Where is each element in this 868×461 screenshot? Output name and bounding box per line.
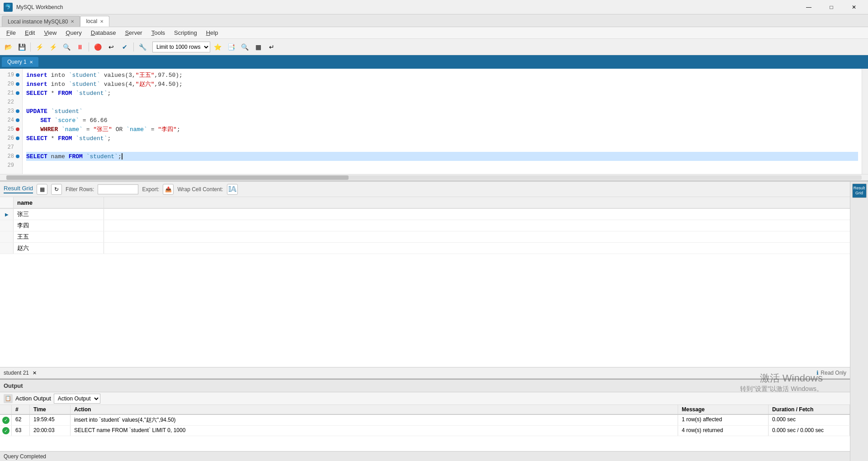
wrap-button[interactable]: ↵ xyxy=(265,41,278,53)
filter-label: Filter Rows: xyxy=(66,186,94,193)
row-duration-63: 0.000 sec / 0.000 sec xyxy=(769,426,850,436)
table-row[interactable]: 王五 xyxy=(0,231,850,243)
table-row[interactable]: ▶ 张三 xyxy=(0,209,850,220)
list-item: ✓ 62 19:59:45 insert into `student` valu… xyxy=(0,415,850,426)
horizontal-scrollbar[interactable] xyxy=(0,174,868,180)
line-numbers: 19 20 21 22 23 24 25 26 27 28 29 xyxy=(0,69,23,174)
toolbar-separator xyxy=(89,42,89,52)
output-table: # Time Action Message Duration / Fetch ✓… xyxy=(0,405,850,451)
execute-button[interactable]: ⚡ xyxy=(33,41,46,53)
code-line-19: insert into `student` values(3,"王五",97.5… xyxy=(26,71,858,80)
menu-database[interactable]: Database xyxy=(86,28,121,37)
menu-server[interactable]: Server xyxy=(120,28,146,37)
row-duration-62: 0.000 sec xyxy=(769,415,850,425)
action-output-select[interactable]: Action Output xyxy=(54,394,100,404)
row-num-63: 63 xyxy=(12,426,30,436)
execute-selection-button[interactable]: ⚡ xyxy=(47,41,59,53)
code-line-21: SELECT * FROM `student`; xyxy=(26,89,858,98)
open-folder-button[interactable]: 📂 xyxy=(2,41,14,53)
main-toolbar: 📂 💾 ⚡ ⚡ 🔍 ⏸ 🔴 ↩ ✔ 🔧 Limit to 1000 rows ⭐… xyxy=(0,39,868,55)
export-button[interactable]: 📤 xyxy=(163,184,174,195)
column-name-header: name xyxy=(14,197,104,208)
row-num-3 xyxy=(0,231,14,242)
query-tab-close[interactable]: ✕ xyxy=(29,60,33,65)
code-line-23: UPDATE `student` xyxy=(26,107,858,116)
bookmark2-button[interactable]: 📑 xyxy=(225,41,237,53)
status-tab-close[interactable]: ✕ xyxy=(33,370,37,376)
cell-name-2: 李四 xyxy=(14,220,104,231)
data-grid: name ▶ 张三 李四 王五 赵六 xyxy=(0,197,850,367)
output-title: Output xyxy=(4,382,23,389)
limit-select[interactable]: Limit to 1000 rows xyxy=(152,42,210,52)
auto-commit-button[interactable]: ✔ xyxy=(118,41,131,53)
toolbar-separator xyxy=(30,42,31,52)
col-status xyxy=(0,405,12,414)
output-header: Output xyxy=(0,380,850,392)
query-tab-label: Query 1 xyxy=(7,59,27,65)
query-completed-bar: Query Completed xyxy=(0,451,850,461)
col-duration: Duration / Fetch xyxy=(769,405,850,414)
code-line-29 xyxy=(26,161,858,170)
tab-local[interactable]: local ✕ xyxy=(80,16,109,27)
student-tab[interactable]: student 21 xyxy=(4,370,29,376)
row-time-63: 20:00:03 xyxy=(30,426,71,436)
menu-file[interactable]: File xyxy=(2,28,20,37)
menu-query[interactable]: Query xyxy=(61,28,86,37)
filter-input[interactable] xyxy=(98,184,138,194)
save-button[interactable]: 💾 xyxy=(15,41,28,53)
minimize-button[interactable]: — xyxy=(798,0,819,14)
menu-tools[interactable]: Tools xyxy=(147,28,170,37)
menu-help[interactable]: Help xyxy=(202,28,223,37)
right-panel: Result Grid xyxy=(850,182,868,461)
row-arrow-1: ▶ xyxy=(0,209,14,220)
format-button[interactable]: 🔧 xyxy=(136,41,149,53)
read-only-badge: ℹ Read Only xyxy=(816,370,846,376)
cell-name-3: 王五 xyxy=(14,231,104,242)
commit-button[interactable]: 🔴 xyxy=(91,41,104,53)
tab-close-icon[interactable]: ✕ xyxy=(71,19,74,24)
rollback-button[interactable]: ↩ xyxy=(105,41,118,53)
grid-header: name xyxy=(0,197,850,209)
editor-section: Query 1 ✕ 19 20 21 22 23 24 25 26 27 28 … xyxy=(0,55,868,182)
row-message-63: 4 row(s) returned xyxy=(678,426,769,436)
row-num-2 xyxy=(0,220,14,231)
status-icon-1: ✓ xyxy=(0,415,12,425)
menu-view[interactable]: View xyxy=(39,28,61,37)
wrap-button[interactable]: 𝕀𝔸 xyxy=(227,184,238,195)
window-controls: — □ ✕ xyxy=(798,0,864,14)
tab-local-instance[interactable]: Local instance MySQL80 ✕ xyxy=(2,16,80,27)
grid-view-button[interactable]: ▦ xyxy=(37,184,47,195)
output-icon: 📋 xyxy=(4,394,13,403)
result-grid-panel-button[interactable]: Result Grid xyxy=(852,183,867,198)
result-toolbar: Result Grid ▦ ↻ Filter Rows: Export: 📤 W… xyxy=(0,182,850,197)
tab-label: Local instance MySQL80 xyxy=(8,19,68,25)
query-tab-1[interactable]: Query 1 ✕ xyxy=(2,57,38,67)
result-grid-tab[interactable]: Result Grid xyxy=(4,185,33,193)
explain-button[interactable]: 🔍 xyxy=(60,41,73,53)
stop-button[interactable]: ⏸ xyxy=(74,41,86,53)
col-message: Message xyxy=(678,405,769,414)
tab-close-icon[interactable]: ✕ xyxy=(100,19,104,24)
table-row[interactable]: 赵六 xyxy=(0,243,850,254)
main-container: Query 1 ✕ 19 20 21 22 23 24 25 26 27 28 … xyxy=(0,55,868,461)
col-action: Action xyxy=(71,405,678,414)
menu-edit[interactable]: Edit xyxy=(20,28,39,37)
bookmark-button[interactable]: ⭐ xyxy=(211,41,224,53)
zoom-in-button[interactable]: 🔍 xyxy=(238,41,251,53)
tab-bar: Local instance MySQL80 ✕ local ✕ xyxy=(0,14,868,27)
list-item: ✓ 63 20:00:03 SELECT name FROM `student`… xyxy=(0,426,850,436)
tab-label: local xyxy=(86,18,97,24)
table-row[interactable]: 李四 xyxy=(0,220,850,231)
code-line-25: WHRER `name` = "张三" OR `name` = "李四"; xyxy=(26,125,858,134)
code-line-22 xyxy=(26,98,858,107)
code-editor[interactable]: 19 20 21 22 23 24 25 26 27 28 29 insert … xyxy=(0,69,868,174)
output-col-header: # Time Action Message Duration / Fetch xyxy=(0,405,850,415)
toolbar-separator xyxy=(133,42,134,52)
menu-scripting[interactable]: Scripting xyxy=(170,28,202,37)
maximize-button[interactable]: □ xyxy=(821,0,842,14)
code-content[interactable]: insert into `student` values(3,"王五",97.5… xyxy=(23,69,862,174)
close-button[interactable]: ✕ xyxy=(844,0,864,14)
column-button[interactable]: ▦ xyxy=(252,41,264,53)
code-line-24: SET `score` = 66.66 xyxy=(26,116,858,125)
form-view-button[interactable]: ↻ xyxy=(51,184,62,195)
